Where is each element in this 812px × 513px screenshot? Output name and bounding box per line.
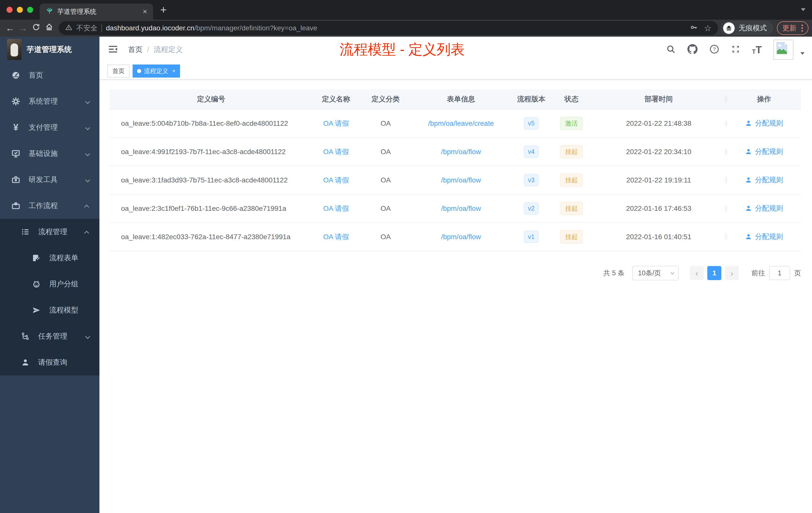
next-page-button[interactable]: ›	[725, 266, 739, 280]
page-size-select[interactable]: 10条/页	[633, 266, 679, 280]
browser-update-button[interactable]: 更新	[777, 21, 809, 35]
sidebar-collapse-hamburger-icon[interactable]	[108, 44, 118, 55]
yen-icon: ¥	[11, 123, 21, 132]
assign-rule-link[interactable]: 分配规则	[745, 147, 783, 156]
tag-home[interactable]: 首页	[108, 64, 129, 78]
sidebar-item-devtools[interactable]: 研发工具	[0, 167, 99, 193]
not-secure-label: 不安全	[76, 23, 97, 33]
top-navbar: 首页 / 流程定义 流程模型 - 定义列表 ? TT	[99, 37, 812, 63]
chevron-down-icon	[670, 271, 674, 275]
sidebar-item-system[interactable]: 系统管理	[0, 88, 99, 115]
briefcase-icon	[11, 201, 21, 211]
fullscreen-icon[interactable]	[731, 44, 741, 55]
avatar-caret-down-icon[interactable]	[801, 51, 805, 56]
back-icon[interactable]: ←	[3, 23, 17, 33]
assign-rule-link[interactable]: 分配规则	[745, 204, 783, 213]
bookmark-star-icon[interactable]: ☆	[704, 23, 712, 33]
url-bar[interactable]: 不安全 dashboard.yudao.iocoder.cn/bpm/manag…	[59, 21, 718, 35]
tab-search-caret-icon[interactable]	[801, 7, 806, 12]
chevron-up-icon	[85, 228, 89, 236]
browser-toolbar: ← → 不安全 dashboard.yudao.iocoder.cn/bpm/m…	[0, 20, 812, 37]
form-info-link[interactable]: /bpm/oa/flow	[441, 233, 481, 241]
current-page-button[interactable]: 1	[707, 266, 721, 280]
sidebar-item-task-management[interactable]: 任务管理	[0, 323, 99, 350]
sidebar-item-payment[interactable]: ¥ 支付管理	[0, 115, 99, 141]
col-header-definition-id: 定义编号	[110, 94, 313, 104]
user-icon	[745, 205, 752, 212]
prev-page-button[interactable]: ‹	[690, 266, 704, 280]
user-avatar-broken-image[interactable]	[773, 40, 793, 60]
assign-rule-link[interactable]: 分配规则	[745, 232, 783, 241]
forward-icon[interactable]: →	[17, 23, 30, 33]
tab-close-icon[interactable]: ×	[143, 8, 147, 15]
deploy-time: 2022-01-22 21:48:38	[590, 119, 727, 127]
sidebar-item-infrastructure[interactable]: 基础设施	[0, 141, 99, 167]
sidebar-brand: 芋道管理系统	[0, 37, 99, 62]
search-icon[interactable]	[666, 44, 676, 55]
definition-id: oa_leave:5:004b710b-7b8a-11ec-8ef0-acde4…	[110, 119, 313, 127]
sidebar-item-process-management[interactable]: 流程管理	[0, 219, 99, 245]
close-window-button[interactable]	[6, 7, 12, 13]
sidebar-item-user-group[interactable]: 用户分组	[0, 271, 99, 297]
tag-close-icon[interactable]: ×	[172, 68, 175, 74]
definition-category: OA	[359, 119, 412, 127]
status-badge-suspended: 挂起	[560, 230, 583, 243]
chevron-up-icon	[85, 202, 89, 210]
list-tree-icon	[21, 227, 30, 237]
browser-tab[interactable]: 芋道管理系统 ×	[40, 3, 153, 20]
tree-icon	[21, 332, 30, 341]
form-info-link[interactable]: /bpm/oa/flow	[441, 148, 481, 156]
assign-rule-link[interactable]: 分配规则	[745, 175, 783, 185]
tag-process-definition-active[interactable]: 流程定义 ×	[133, 64, 180, 78]
chevron-down-icon	[85, 97, 89, 105]
breadcrumb-home-link[interactable]: 首页	[128, 45, 143, 55]
breadcrumb: 首页 / 流程定义	[128, 45, 183, 55]
chevron-down-icon	[85, 176, 89, 184]
github-icon[interactable]	[687, 44, 698, 56]
font-size-icon[interactable]: TT	[752, 45, 762, 55]
brand-logo-avatar	[7, 39, 22, 60]
definition-category: OA	[359, 148, 412, 156]
form-info-link[interactable]: /bpm/oa/leave/create	[428, 119, 494, 127]
sidebar-item-workflow[interactable]: 工作流程	[0, 193, 99, 219]
sidebar-item-label: 首页	[29, 70, 43, 80]
assign-rule-link[interactable]: 分配规则	[745, 118, 783, 128]
sidebar-item-label: 请假查询	[38, 357, 67, 367]
sidebar-item-label: 流程表单	[49, 253, 78, 263]
definition-name-link[interactable]: OA 请假	[323, 176, 349, 184]
paper-plane-icon	[32, 305, 41, 315]
update-label: 更新	[782, 23, 796, 33]
sidebar-item-leave-query[interactable]: 请假查询	[0, 350, 99, 375]
password-key-icon[interactable]	[690, 24, 697, 33]
deploy-time: 2022-01-16 01:40:51	[590, 233, 727, 241]
browser-menu-dots-icon[interactable]	[802, 25, 803, 32]
sidebar-item-process-form[interactable]: 流程表单	[0, 245, 99, 271]
sidebar-item-process-model[interactable]: 流程模型	[0, 297, 99, 323]
new-tab-button[interactable]: +	[160, 3, 167, 16]
definition-id: oa_leave:3:1fad3d93-7b75-11ec-a3c8-acde4…	[110, 176, 313, 184]
status-badge-suspended: 挂起	[560, 145, 583, 158]
definition-id: oa_leave:1:482ec033-762a-11ec-8477-a2380…	[110, 233, 313, 241]
form-info-link[interactable]: /bpm/oa/flow	[441, 205, 481, 212]
home-icon[interactable]	[43, 23, 56, 33]
form-info-link[interactable]: /bpm/oa/flow	[441, 176, 481, 184]
url-host: dashboard.yudao.iocoder.cn	[106, 24, 194, 32]
sidebar-item-label: 基础设施	[29, 149, 58, 159]
maximize-window-button[interactable]	[27, 7, 33, 13]
help-question-icon[interactable]: ?	[709, 44, 719, 55]
definition-name-link[interactable]: OA 请假	[323, 205, 349, 212]
incognito-icon	[723, 22, 735, 34]
definition-id: oa_leave:2:3c1f0ef1-76b1-11ec-9c66-a2380…	[110, 205, 313, 213]
sidebar-item-label: 流程模型	[49, 305, 78, 315]
user-icon	[745, 120, 752, 127]
minimize-window-button[interactable]	[17, 7, 23, 13]
definition-name-link[interactable]: OA 请假	[323, 233, 349, 241]
sidebar-item-home[interactable]: 首页	[0, 62, 99, 88]
status-badge-active: 激活	[560, 117, 583, 130]
definition-name-link[interactable]: OA 请假	[323, 119, 349, 127]
reload-icon[interactable]	[30, 23, 43, 33]
sidebar-item-label: 工作流程	[29, 201, 58, 211]
col-header-form-info: 表单信息	[412, 94, 510, 104]
goto-page-input[interactable]	[769, 266, 790, 280]
definition-name-link[interactable]: OA 请假	[323, 148, 349, 156]
